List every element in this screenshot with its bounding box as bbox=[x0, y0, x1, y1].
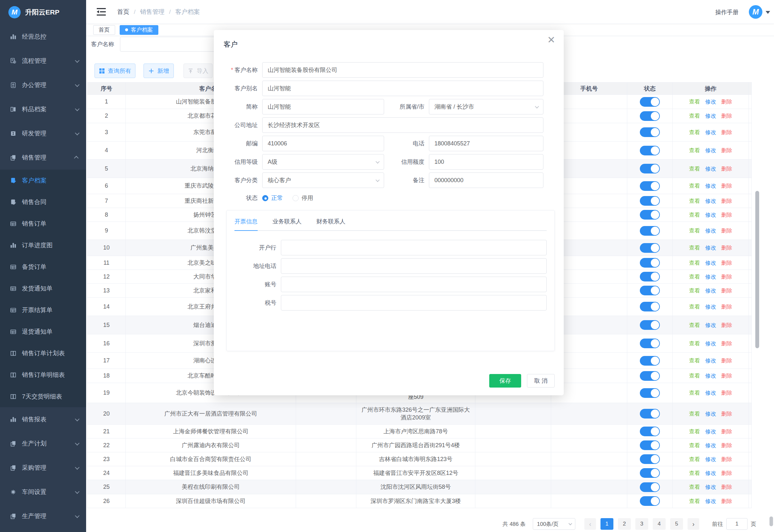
sidebar-item-生产计划[interactable]: 生产计划 bbox=[0, 431, 86, 456]
category-select[interactable]: 核心客户 bbox=[262, 172, 384, 188]
tab-invoice-info[interactable]: 开票信息 bbox=[234, 218, 258, 225]
sidebar-item-发货通知单[interactable]: 发货通知单 bbox=[0, 278, 86, 299]
sidebar-item-销售合同[interactable]: 销售合同 bbox=[0, 191, 86, 213]
view-link[interactable]: 查看 bbox=[689, 166, 700, 172]
sidebar-item-退货通知单[interactable]: 退货通知单 bbox=[0, 321, 86, 342]
tab-finance-contact[interactable]: 财务联系人 bbox=[316, 218, 345, 225]
view-link[interactable]: 查看 bbox=[689, 129, 700, 135]
view-link[interactable]: 查看 bbox=[689, 390, 700, 396]
sidebar-item-采购管理[interactable]: 采购管理 bbox=[0, 456, 86, 480]
tab-business-contact[interactable]: 业务联系人 bbox=[273, 218, 302, 225]
account-field[interactable] bbox=[281, 277, 547, 292]
edit-link[interactable]: 修改 bbox=[705, 198, 716, 204]
edit-link[interactable]: 修改 bbox=[705, 260, 716, 266]
sidebar-item-销售订单计划表[interactable]: 销售订单计划表 bbox=[0, 342, 86, 364]
delete-link[interactable]: 删除 bbox=[721, 429, 732, 435]
sidebar-item-销售报表[interactable]: 销售报表 bbox=[0, 407, 86, 431]
view-link[interactable]: 查看 bbox=[689, 373, 700, 379]
edit-link[interactable]: 修改 bbox=[705, 245, 716, 251]
sidebar-item-经营总控[interactable]: 经营总控 bbox=[0, 25, 86, 49]
edit-link[interactable]: 修改 bbox=[705, 322, 716, 328]
delete-link[interactable]: 删除 bbox=[721, 274, 732, 280]
status-toggle[interactable] bbox=[640, 181, 660, 191]
sidebar-item-车间设置[interactable]: 车间设置 bbox=[0, 480, 86, 504]
page-button-2[interactable]: 2 bbox=[618, 518, 631, 530]
close-icon[interactable]: ✕ bbox=[547, 35, 555, 45]
status-toggle[interactable] bbox=[640, 146, 660, 155]
delete-link[interactable]: 删除 bbox=[721, 129, 732, 135]
delete-link[interactable]: 删除 bbox=[721, 304, 732, 310]
edit-link[interactable]: 修改 bbox=[705, 429, 716, 435]
sidebar-item-销售订单[interactable]: 销售订单 bbox=[0, 213, 86, 234]
view-link[interactable]: 查看 bbox=[689, 484, 700, 490]
status-toggle[interactable] bbox=[640, 339, 660, 348]
delete-link[interactable]: 删除 bbox=[721, 183, 732, 189]
delete-link[interactable]: 删除 bbox=[721, 288, 732, 294]
tab-home[interactable]: 首页 bbox=[93, 25, 115, 35]
bank-field[interactable] bbox=[281, 240, 547, 255]
delete-link[interactable]: 删除 bbox=[721, 260, 732, 266]
delete-link[interactable]: 删除 bbox=[721, 390, 732, 396]
status-radio-normal[interactable]: 正常 bbox=[262, 194, 283, 202]
prev-page-button[interactable]: ‹ bbox=[584, 518, 596, 530]
save-button[interactable]: 保存 bbox=[489, 374, 521, 388]
credit-limit-field[interactable] bbox=[429, 154, 543, 170]
phone-field[interactable] bbox=[429, 136, 543, 151]
breadcrumb-home[interactable]: 首页 bbox=[117, 8, 129, 16]
edit-link[interactable]: 修改 bbox=[705, 212, 716, 218]
view-link[interactable]: 查看 bbox=[689, 498, 700, 504]
sidebar-item-流程管理[interactable]: 流程管理 bbox=[0, 49, 86, 73]
customer-alias-field[interactable] bbox=[262, 81, 543, 96]
sidebar-item-订单进度图[interactable]: 订单进度图 bbox=[0, 234, 86, 256]
view-link[interactable]: 查看 bbox=[689, 274, 700, 280]
edit-link[interactable]: 修改 bbox=[705, 99, 716, 105]
sidebar-item-客户档案[interactable]: 客户档案 bbox=[0, 170, 86, 191]
status-toggle[interactable] bbox=[640, 356, 660, 366]
edit-link[interactable]: 修改 bbox=[705, 373, 716, 379]
user-dropdown-caret-icon[interactable] bbox=[766, 11, 770, 14]
status-toggle[interactable] bbox=[640, 243, 660, 253]
add-button[interactable]: 新增 bbox=[144, 64, 174, 78]
view-link[interactable]: 查看 bbox=[689, 456, 700, 462]
view-link[interactable]: 查看 bbox=[689, 113, 700, 119]
delete-link[interactable]: 删除 bbox=[721, 228, 732, 234]
remark-field[interactable] bbox=[429, 172, 543, 188]
status-toggle[interactable] bbox=[640, 454, 660, 464]
delete-link[interactable]: 删除 bbox=[721, 456, 732, 462]
delete-link[interactable]: 删除 bbox=[721, 442, 732, 448]
status-toggle[interactable] bbox=[640, 302, 660, 311]
view-link[interactable]: 查看 bbox=[689, 411, 700, 417]
goto-page-input[interactable] bbox=[726, 518, 748, 530]
manual-link[interactable]: 操作手册 bbox=[715, 8, 739, 16]
status-radio-disabled[interactable]: 停用 bbox=[293, 194, 313, 202]
query-all-button[interactable]: 查询所有 bbox=[94, 64, 135, 78]
edit-link[interactable]: 修改 bbox=[705, 484, 716, 490]
status-toggle[interactable] bbox=[640, 409, 660, 419]
cancel-button[interactable]: 取 消 bbox=[527, 374, 555, 388]
view-link[interactable]: 查看 bbox=[689, 442, 700, 448]
edit-link[interactable]: 修改 bbox=[705, 228, 716, 234]
edit-link[interactable]: 修改 bbox=[705, 456, 716, 462]
bank-address-phone-field[interactable] bbox=[281, 258, 547, 274]
page-button-3[interactable]: 3 bbox=[635, 518, 648, 530]
table-scrollbar-thumb[interactable] bbox=[755, 191, 759, 348]
status-toggle[interactable] bbox=[640, 286, 660, 295]
delete-link[interactable]: 删除 bbox=[721, 373, 732, 379]
delete-link[interactable]: 删除 bbox=[721, 470, 732, 476]
short-name-field[interactable] bbox=[262, 99, 384, 114]
view-link[interactable]: 查看 bbox=[689, 260, 700, 266]
view-link[interactable]: 查看 bbox=[689, 147, 700, 153]
status-toggle[interactable] bbox=[640, 272, 660, 281]
menu-fold-icon[interactable] bbox=[97, 8, 106, 16]
status-toggle[interactable] bbox=[640, 371, 660, 381]
status-toggle[interactable] bbox=[640, 97, 660, 107]
delete-link[interactable]: 删除 bbox=[721, 484, 732, 490]
edit-link[interactable]: 修改 bbox=[705, 166, 716, 172]
status-toggle[interactable] bbox=[640, 111, 660, 121]
sidebar-item-备货订单[interactable]: 备货订单 bbox=[0, 256, 86, 278]
delete-link[interactable]: 删除 bbox=[721, 113, 732, 119]
view-link[interactable]: 查看 bbox=[689, 429, 700, 435]
status-toggle[interactable] bbox=[640, 440, 660, 450]
view-link[interactable]: 查看 bbox=[689, 288, 700, 294]
delete-link[interactable]: 删除 bbox=[721, 245, 732, 251]
